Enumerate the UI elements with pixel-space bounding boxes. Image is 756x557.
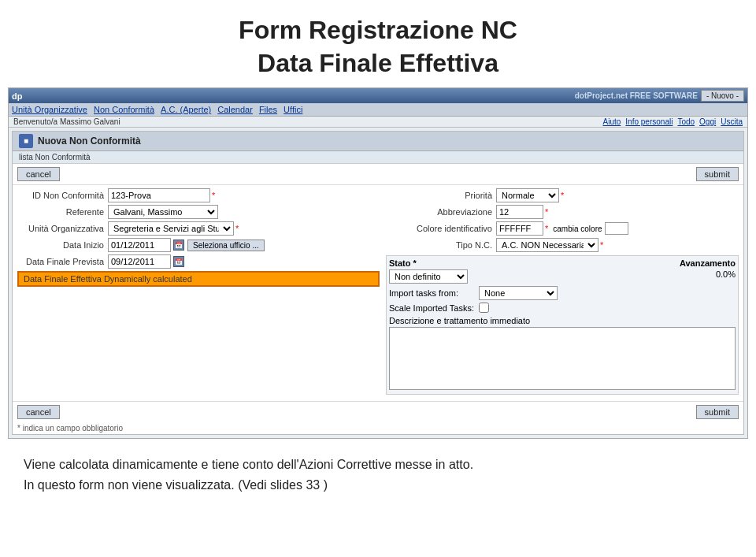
welcome-text: Benvenuto/a Massimo Galvani bbox=[13, 117, 120, 126]
buttons-row-bottom: cancel submit bbox=[13, 401, 743, 422]
app-window: dp dotProject.net FREE SOFTWARE - Nuovo … bbox=[8, 87, 748, 439]
stato-select[interactable]: Non definito bbox=[389, 269, 468, 284]
form-header-title: Nuova Non Conformità bbox=[38, 136, 141, 147]
lista-label: lista Non Conformità bbox=[13, 151, 743, 164]
data-inizio-input[interactable] bbox=[108, 238, 171, 252]
seleziona-btn[interactable]: Seleziona ufficio ... bbox=[187, 240, 265, 251]
color-box[interactable] bbox=[605, 222, 628, 235]
data-finale-prev-cal-icon[interactable]: 📅 bbox=[173, 256, 184, 267]
submit-button-top[interactable]: submit bbox=[696, 167, 739, 181]
page-title: Form Registrazione NC Data Finale Effett… bbox=[0, 14, 756, 80]
row-referente: Referente Galvani, Massimo bbox=[17, 205, 380, 219]
tipo-nc-select[interactable]: A.C. NON Necessaria bbox=[496, 238, 598, 252]
scale-checkbox[interactable] bbox=[479, 303, 489, 313]
id-label: ID Non Conformità bbox=[17, 191, 108, 200]
row-tipo-nc: Tipo N.C. A.C. NON Necessaria * bbox=[386, 238, 739, 252]
link-info[interactable]: Info personali bbox=[625, 117, 673, 126]
row-colore: Colore identificativo * cambia colore bbox=[386, 221, 739, 236]
form-header-icon: ■ bbox=[19, 134, 33, 148]
nav-item-ac[interactable]: A.C. (Aperte) bbox=[161, 105, 211, 114]
id-input[interactable] bbox=[108, 188, 210, 202]
logo-text: dotProject.net FREE SOFTWARE bbox=[575, 91, 698, 100]
nav-item-uffici[interactable]: Uffici bbox=[284, 105, 302, 114]
import-label: Import tasks from: bbox=[389, 288, 476, 298]
scale-row: Scale Imported Tasks: bbox=[389, 303, 736, 313]
state-section: Stato * Non definito Avanzamento 0.0% Im… bbox=[386, 255, 739, 395]
data-finale-prev-input[interactable] bbox=[108, 254, 171, 269]
import-row: Import tasks from: None bbox=[389, 286, 736, 300]
data-inizio-label: Data Inizio bbox=[17, 240, 108, 250]
main-content: ■ Nuova Non Conformità lista Non Conform… bbox=[12, 131, 744, 435]
colore-input[interactable] bbox=[496, 221, 543, 236]
top-bar: dp dotProject.net FREE SOFTWARE - Nuovo … bbox=[9, 88, 747, 103]
link-oggi[interactable]: Oggi bbox=[699, 117, 716, 126]
welcome-links: Aiuto Info personali Todo Oggi Uscita bbox=[603, 117, 743, 126]
data-finale-prev-date-row: 📅 bbox=[108, 254, 184, 269]
form-grid: ID Non Conformità * Referente Galvani, M… bbox=[13, 185, 743, 398]
data-finale-prev-label: Data Finale Prevista bbox=[17, 257, 108, 266]
referente-select[interactable]: Galvani, Massimo bbox=[108, 205, 218, 219]
link-uscita[interactable]: Uscita bbox=[721, 117, 743, 126]
nav-bar: Unità Organizzative Non Conformità A.C. … bbox=[9, 103, 747, 117]
id-required: * bbox=[212, 191, 215, 200]
priorita-label: Priorità bbox=[386, 191, 496, 200]
tipo-nc-label: Tipo N.C. bbox=[386, 240, 496, 250]
unita-required: * bbox=[235, 224, 239, 233]
data-inizio-cal-icon[interactable]: 📅 bbox=[173, 240, 184, 251]
avanzamento-value: 0.0% bbox=[484, 269, 736, 279]
nav-item-nc[interactable]: Non Conformità bbox=[94, 105, 154, 114]
row-data-finale-prev: Data Finale Prevista 📅 bbox=[17, 254, 380, 269]
abbreviazione-input[interactable] bbox=[496, 205, 543, 219]
row-priorita: Priorità Normale * bbox=[386, 188, 739, 202]
colore-required: * bbox=[545, 224, 548, 233]
abbreviazione-label: Abbreviazione bbox=[386, 207, 496, 217]
bottom-line2: In questo form non viene visualizzata. (… bbox=[24, 475, 732, 496]
row-data-inizio: Data Inizio 📅 Seleziona ufficio ... bbox=[17, 238, 380, 252]
data-finale-eff-value: Dynamically calculated bbox=[104, 274, 192, 284]
buttons-row-top: cancel submit bbox=[13, 164, 743, 185]
cancel-button-top[interactable]: cancel bbox=[17, 167, 60, 181]
app-id: dp bbox=[12, 91, 22, 101]
unita-select[interactable]: Segreteria e Servizi agli Studenti bbox=[108, 221, 234, 236]
priorita-required: * bbox=[561, 191, 564, 200]
data-inizio-date-row: 📅 bbox=[108, 238, 184, 252]
import-select[interactable]: None bbox=[479, 286, 558, 300]
nav-item-files[interactable]: Files bbox=[259, 105, 277, 114]
link-aiuto[interactable]: Aiuto bbox=[603, 117, 621, 126]
stato-col: Stato * Non definito bbox=[389, 258, 468, 284]
top-bar-right: dotProject.net FREE SOFTWARE - Nuovo - bbox=[575, 90, 744, 102]
descrizione-textarea[interactable] bbox=[389, 327, 736, 390]
form-right: Priorità Normale * Abbreviazione * Color… bbox=[386, 188, 739, 395]
unita-label: Unità Organizzativa bbox=[17, 224, 108, 233]
data-finale-eff-label: Data Finale Effettiva bbox=[24, 274, 102, 284]
bottom-line1: Viene calcolata dinamicamente e tiene co… bbox=[24, 455, 732, 475]
referente-label: Referente bbox=[17, 207, 108, 217]
new-button[interactable]: - Nuovo - bbox=[701, 90, 744, 102]
submit-button-bottom[interactable]: submit bbox=[696, 405, 739, 419]
welcome-bar: Benvenuto/a Massimo Galvani Aiuto Info p… bbox=[9, 117, 747, 128]
data-finale-eff-field: Data Finale Effettiva Dynamically calcul… bbox=[17, 271, 380, 287]
colore-label: Colore identificativo bbox=[386, 224, 496, 233]
priorita-select[interactable]: Normale bbox=[496, 188, 559, 202]
row-abbreviazione: Abbreviazione * bbox=[386, 205, 739, 219]
scale-label: Scale Imported Tasks: bbox=[389, 303, 476, 313]
link-todo[interactable]: Todo bbox=[677, 117, 695, 126]
nav-item-unita[interactable]: Unità Organizzative bbox=[12, 105, 87, 114]
avanzamento-col: Avanzamento 0.0% bbox=[484, 258, 736, 279]
cancel-button-bottom[interactable]: cancel bbox=[17, 405, 60, 419]
row-unita: Unità Organizzativa Segreteria e Servizi… bbox=[17, 221, 380, 236]
bottom-text-area: Viene calcolata dinamicamente e tiene co… bbox=[0, 439, 756, 503]
avanzamento-label: Avanzamento bbox=[484, 258, 736, 268]
cambia-colore-label: cambia colore bbox=[553, 225, 602, 233]
row-id: ID Non Conformità * bbox=[17, 188, 380, 202]
tipo-nc-required: * bbox=[600, 240, 603, 250]
form-header: ■ Nuova Non Conformità bbox=[13, 132, 743, 151]
mandatory-note: * indica un campo obbligatorio bbox=[13, 422, 743, 434]
nav-item-calendar[interactable]: Calendar bbox=[217, 105, 253, 114]
form-left: ID Non Conformità * Referente Galvani, M… bbox=[17, 188, 380, 395]
state-row: Stato * Non definito Avanzamento 0.0% bbox=[389, 258, 736, 284]
abbreviazione-required: * bbox=[545, 207, 548, 217]
stato-label: Stato * bbox=[389, 258, 468, 268]
title-area: Form Registrazione NC Data Finale Effett… bbox=[0, 0, 756, 87]
descrizione-label: Descrizione e trattamento immediato bbox=[389, 316, 736, 325]
